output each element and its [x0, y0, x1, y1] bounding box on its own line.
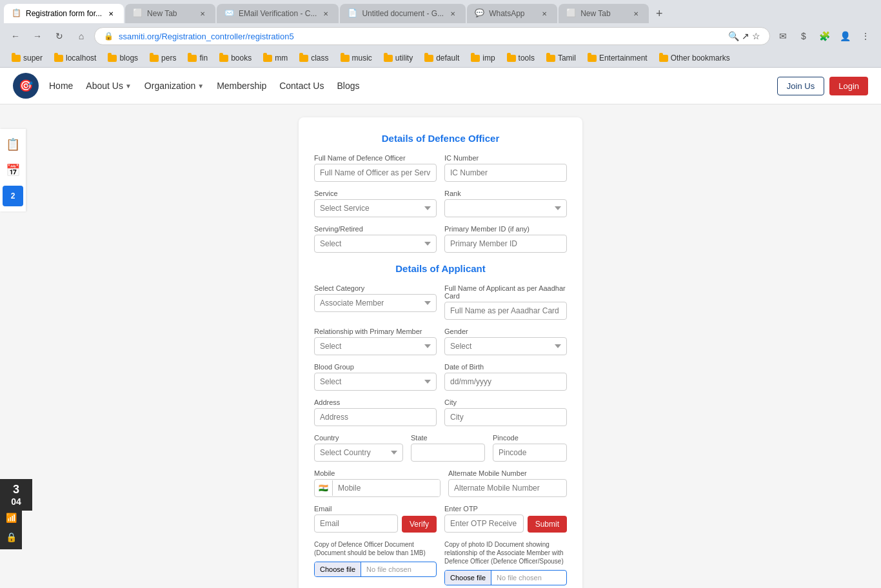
input-dob[interactable]: [444, 373, 567, 391]
bookmark-label: default: [436, 54, 459, 63]
tab-registration[interactable]: 📋 Registration form for... ✕: [4, 4, 124, 23]
bookmark-books[interactable]: books: [214, 52, 257, 64]
nav-membership[interactable]: Membership: [217, 81, 266, 91]
address-bar[interactable]: 🔒 ssamiti.org/Registration_controller/re…: [94, 27, 770, 45]
nav-about-us[interactable]: About Us ▼: [86, 81, 132, 91]
input-address[interactable]: [314, 408, 437, 426]
tab-gdocs[interactable]: 📄 Untitled document - G... ✕: [340, 4, 466, 23]
choose-file-defence-button[interactable]: Choose file: [315, 562, 361, 576]
bookmark-other[interactable]: Other bookmarks: [654, 52, 735, 64]
bookmark-music[interactable]: music: [335, 52, 377, 64]
bookmark-utility[interactable]: utility: [379, 52, 418, 64]
choose-file-associate-button[interactable]: Choose file: [445, 571, 491, 585]
tab-newtab-1[interactable]: ⬜ New Tab ✕: [125, 4, 215, 23]
row-service-rank: Service Select Service Army Navy Air For…: [314, 190, 567, 217]
input-city[interactable]: [444, 408, 567, 426]
input-email[interactable]: [314, 514, 398, 533]
group-primaryid: Primary Member ID (if any): [444, 225, 567, 253]
email-icon[interactable]: ✉: [774, 27, 792, 45]
select-rank[interactable]: [444, 199, 567, 217]
registration-form-card: Details of Defence Officer Full Name of …: [299, 117, 582, 588]
tab-close-4[interactable]: ✕: [448, 8, 458, 19]
folder-icon: [263, 55, 272, 62]
input-primaryid[interactable]: [444, 235, 567, 253]
menu-icon[interactable]: ⋮: [856, 27, 875, 45]
tab-newtab-2[interactable]: ⬜ New Tab ✕: [559, 4, 649, 23]
forward-button[interactable]: →: [28, 27, 46, 45]
bookmark-label: pers: [161, 54, 176, 63]
input-icnumber[interactable]: [444, 164, 567, 182]
share-icon[interactable]: ↗: [742, 31, 749, 41]
bookmark-tools[interactable]: tools: [502, 52, 540, 64]
label-service: Service: [314, 190, 437, 197]
select-serving[interactable]: Select Serving Retired: [314, 235, 437, 253]
nav-home[interactable]: Home: [49, 81, 73, 91]
bookmark-fin[interactable]: fin: [183, 52, 213, 64]
search-icon[interactable]: 🔍: [728, 31, 739, 41]
submit-otp-button[interactable]: Submit: [528, 516, 567, 533]
folder-icon: [507, 55, 516, 62]
bookmark-imp[interactable]: imp: [466, 52, 500, 64]
tab-title-3: EMail Verification - C...: [239, 9, 317, 18]
profile-icon[interactable]: 👤: [836, 27, 854, 45]
address-text: ssamiti.org/Registration_controller/regi…: [119, 32, 723, 41]
bookmark-tamil[interactable]: Tamil: [541, 52, 581, 64]
nav-organization[interactable]: Organization ▼: [144, 81, 204, 91]
file-name-associate: No file chosen: [491, 571, 566, 585]
tab-close-6[interactable]: ✕: [631, 8, 641, 19]
bookmark-class[interactable]: class: [294, 52, 333, 64]
verify-button[interactable]: Verify: [402, 516, 437, 533]
select-service[interactable]: Select Service Army Navy Air Force: [314, 199, 437, 217]
nav-contact-us[interactable]: Contact Us: [279, 81, 324, 91]
back-button[interactable]: ←: [6, 27, 25, 45]
home-button[interactable]: ⌂: [72, 27, 90, 45]
bookmark-label: super: [23, 54, 43, 63]
group-city: City: [444, 398, 567, 426]
bookmark-mm[interactable]: mm: [258, 52, 293, 64]
tab-close-5[interactable]: ✕: [539, 8, 549, 19]
input-pincode[interactable]: [493, 444, 567, 462]
new-tab-button[interactable]: +: [650, 5, 668, 23]
folder-icon: [299, 55, 308, 62]
bookmark-pers[interactable]: pers: [144, 52, 181, 64]
tab-whatsapp[interactable]: 💬 WhatsApp ✕: [467, 4, 557, 23]
tab-email[interactable]: ✉️ EMail Verification - C... ✕: [217, 4, 339, 23]
select-bloodgroup[interactable]: Select A+ A- B+ O+: [314, 373, 437, 391]
input-mobile[interactable]: [333, 480, 440, 496]
bookmark-super[interactable]: super: [6, 52, 48, 64]
nav-blogs[interactable]: Blogs: [337, 81, 359, 91]
tab-close-1[interactable]: ✕: [106, 8, 116, 19]
bookmark-entertainment[interactable]: Entertainment: [582, 52, 653, 64]
input-fullname-aadhaar[interactable]: [444, 302, 567, 320]
tab-close-3[interactable]: ✕: [321, 8, 331, 19]
group-defence-doc: Copy of Defence Officer Document (Docume…: [314, 540, 437, 585]
sidebar-icon-notes[interactable]: 📋: [3, 134, 23, 155]
input-state[interactable]: [411, 444, 485, 462]
row-category-fullname-aadhaar: Select Category Associate Member Full Na…: [314, 284, 567, 320]
group-altmobile: Alternate Mobile Number: [448, 469, 567, 497]
bookmark-label: localhost: [66, 54, 96, 63]
label-fullname: Full Name of Defence Officer: [314, 154, 437, 162]
select-category[interactable]: Associate Member: [314, 294, 437, 312]
group-country: Country Select Country India: [314, 434, 403, 462]
currency-icon[interactable]: $: [795, 27, 813, 45]
bookmark-default[interactable]: default: [419, 52, 464, 64]
bookmark-blogs[interactable]: blogs: [103, 52, 143, 64]
login-button[interactable]: Login: [829, 77, 868, 95]
select-relationship[interactable]: Select Self Spouse: [314, 337, 437, 355]
select-country[interactable]: Select Country India: [314, 444, 403, 462]
sidebar-icon-badge[interactable]: 2: [3, 186, 23, 206]
group-serving: Serving/Retired Select Serving Retired: [314, 225, 437, 253]
select-gender[interactable]: Select Male Female: [444, 337, 567, 355]
input-altmobile[interactable]: [448, 479, 567, 497]
sidebar-icon-calendar[interactable]: 📅: [3, 160, 23, 181]
tab-favicon-5: 💬: [475, 8, 485, 19]
bookmark-icon[interactable]: ☆: [752, 31, 760, 41]
input-otp[interactable]: [444, 514, 524, 533]
extensions-icon[interactable]: 🧩: [815, 27, 833, 45]
reload-button[interactable]: ↻: [50, 27, 68, 45]
tab-close-2[interactable]: ✕: [197, 8, 208, 19]
bookmark-localhost[interactable]: localhost: [49, 52, 101, 64]
join-us-button[interactable]: Join Us: [777, 77, 824, 95]
input-fullname[interactable]: [314, 164, 437, 182]
